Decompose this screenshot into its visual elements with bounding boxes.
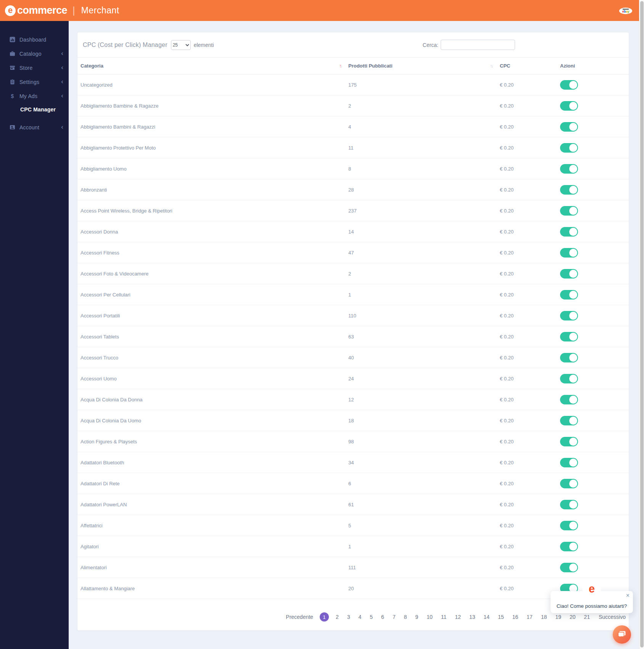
cpc-enable-toggle[interactable] — [560, 164, 578, 174]
page-number[interactable]: 13 — [465, 614, 480, 620]
cpc-enable-toggle[interactable] — [560, 101, 578, 111]
sort-categoria-button[interactable]: ↑↓ — [339, 63, 341, 69]
cpc-cell: € 0.20 — [496, 578, 555, 599]
chat-popup-text: Ciao! Come possiamo aiutarti? — [551, 603, 633, 609]
table-row: Uncategorized 175 € 0.20 — [77, 74, 629, 95]
toggle-knob — [569, 417, 577, 425]
table-row: Adattatori Di Rete 6 € 0.20 — [77, 473, 629, 494]
scrollbar-thumb[interactable] — [640, 1, 644, 647]
toggle-knob — [569, 207, 577, 215]
table-controls: CPC (Cost per Click) Manager 25 elementi… — [77, 32, 629, 57]
sidebar-item-account[interactable]: Account ‹ — [0, 120, 69, 134]
toggle-knob — [569, 459, 577, 467]
cpc-enable-toggle[interactable] — [560, 143, 578, 153]
page-number[interactable]: 20 — [565, 614, 580, 620]
column-header-cpc: CPC — [496, 58, 555, 74]
products-cell: 2 — [345, 263, 496, 284]
page-number[interactable]: 3 — [343, 614, 354, 620]
cpc-enable-toggle[interactable] — [560, 332, 578, 341]
products-cell: 8 — [345, 158, 496, 179]
category-cell: Acqua Di Colonia Da Donna — [77, 389, 345, 410]
page-number[interactable]: 2 — [332, 614, 343, 620]
cpc-enable-toggle[interactable] — [560, 290, 578, 300]
app-name: Merchant — [81, 5, 119, 16]
toggle-knob — [569, 165, 577, 173]
page-number[interactable]: 16 — [508, 614, 523, 620]
briefcase-icon — [10, 51, 15, 56]
table-row: Agitatori 1 € 0.20 — [77, 536, 629, 557]
ebay-logo-text: ebay — [622, 10, 630, 13]
storefront-icon — [10, 65, 15, 71]
cpc-enable-toggle[interactable] — [560, 542, 578, 551]
chat-avatar-letter: e — [589, 584, 595, 594]
page-number[interactable]: 18 — [537, 614, 551, 620]
cpc-enable-toggle[interactable] — [560, 122, 578, 132]
cpc-cell: € 0.20 — [496, 200, 555, 221]
sidebar-item-label: Store — [19, 65, 61, 71]
toggle-knob — [569, 522, 577, 530]
cpc-enable-toggle[interactable] — [560, 563, 578, 572]
page-number[interactable]: 12 — [451, 614, 465, 620]
sidebar-item-label: Catalogo — [19, 51, 61, 57]
page-number[interactable]: 21 — [580, 614, 594, 620]
cpc-enable-toggle[interactable] — [560, 269, 578, 279]
page-number[interactable]: 15 — [494, 614, 508, 620]
table-row: Accessori Fitness 47 € 0.20 — [77, 242, 629, 263]
table-row: Alimentatori 111 € 0.20 — [77, 557, 629, 578]
cpc-enable-toggle[interactable] — [560, 311, 578, 320]
pagination-next-button[interactable]: Successivo — [599, 614, 626, 620]
page-number[interactable]: 6 — [377, 614, 388, 620]
cpc-cell: € 0.20 — [496, 368, 555, 389]
table-row: Affettatrici 5 € 0.20 — [77, 515, 629, 536]
cpc-enable-toggle[interactable] — [560, 185, 578, 195]
close-icon[interactable]: × — [626, 593, 630, 599]
products-cell: 1 — [345, 284, 496, 305]
search-input[interactable] — [441, 40, 515, 50]
page-number[interactable]: 17 — [522, 614, 537, 620]
cpc-enable-toggle[interactable] — [560, 500, 578, 509]
page-number[interactable]: 7 — [388, 614, 400, 620]
cpc-enable-toggle[interactable] — [560, 80, 578, 90]
cpc-enable-toggle[interactable] — [560, 248, 578, 258]
scrollbar-track[interactable] — [639, 0, 644, 649]
table-body: Uncategorized 175 € 0.20 Abbigliamento B… — [77, 74, 629, 599]
chat-launcher-button[interactable] — [613, 625, 631, 644]
sidebar-item-my-ads[interactable]: $ My Ads ‹ — [0, 89, 69, 103]
cpc-enable-toggle[interactable] — [560, 374, 578, 383]
page-number[interactable]: 14 — [480, 614, 494, 620]
page-number[interactable]: 5 — [365, 614, 377, 620]
pagination-previous-button[interactable]: Precedente — [286, 614, 313, 620]
page-number[interactable]: 10 — [422, 614, 437, 620]
cpc-cell: € 0.20 — [496, 494, 555, 515]
cpc-enable-toggle[interactable] — [560, 206, 578, 216]
page-number-active[interactable]: 1 — [320, 612, 329, 622]
cpc-enable-toggle[interactable] — [560, 479, 578, 488]
sidebar-item-store[interactable]: Store ‹ — [0, 61, 69, 75]
products-cell: 20 — [345, 578, 496, 599]
page-number[interactable]: 9 — [411, 614, 422, 620]
page-number[interactable]: 19 — [551, 614, 565, 620]
sidebar-item-dashboard[interactable]: Dashboard — [0, 32, 69, 47]
products-cell: 175 — [345, 74, 496, 95]
toggle-knob — [569, 123, 577, 131]
cpc-enable-toggle[interactable] — [560, 353, 578, 362]
app-header: e commerce | Merchant ebay — [0, 0, 639, 21]
page-number[interactable]: 4 — [354, 614, 366, 620]
cpc-enable-toggle[interactable] — [560, 416, 578, 425]
category-cell: Action Figures & Playsets — [77, 431, 345, 452]
sidebar-item-settings[interactable]: Settings ‹ — [0, 75, 69, 89]
page-number[interactable]: 11 — [437, 614, 451, 620]
cpc-cell: € 0.20 — [496, 158, 555, 179]
cpc-enable-toggle[interactable] — [560, 521, 578, 530]
sidebar-item-catalogo[interactable]: Catalogo ‹ — [0, 47, 69, 61]
table-row: Adattatori Bluetooth 34 € 0.20 — [77, 452, 629, 473]
cpc-enable-toggle[interactable] — [560, 227, 578, 237]
page-size-select[interactable]: 25 — [171, 40, 191, 50]
toggle-knob — [569, 186, 577, 194]
cpc-enable-toggle[interactable] — [560, 458, 578, 467]
sort-prodotti-button[interactable]: ↑↓ — [490, 63, 492, 69]
cpc-enable-toggle[interactable] — [560, 437, 578, 446]
sidebar-item-cpc-manager-active[interactable]: CPC Manager — [0, 103, 69, 116]
cpc-enable-toggle[interactable] — [560, 395, 578, 404]
page-number[interactable]: 8 — [400, 614, 411, 620]
